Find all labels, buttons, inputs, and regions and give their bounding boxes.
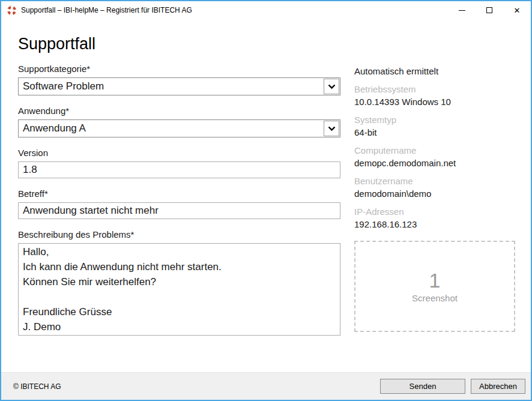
betriebssystem-label: Betriebssystem — [354, 84, 519, 94]
screenshot-dropzone[interactable]: 1 Screenshot — [354, 241, 515, 332]
screenshot-count: 1 — [429, 270, 441, 292]
screenshot-label: Screenshot — [412, 293, 458, 303]
benutzername-label: Benutzername — [354, 176, 519, 186]
senden-button[interactable]: Senden — [380, 379, 465, 394]
page-title: Supportfall — [18, 35, 531, 53]
supportkategorie-value: Software Problem — [19, 78, 323, 95]
sysinfo-title: Automatisch ermittelt — [354, 66, 519, 76]
window-title: Supportfall – IBI-helpMe – Registriert f… — [21, 6, 192, 14]
computername-label: Computername — [354, 145, 519, 155]
abbrechen-button[interactable]: Abbrechen — [471, 379, 525, 394]
lifebuoy-icon — [7, 5, 17, 16]
window-controls: ✕ — [448, 1, 531, 19]
support-form: Supportkategorie* Software Problem Anwen… — [18, 53, 340, 338]
benutzername-value: demodomain\demo — [354, 188, 519, 199]
systemtyp-value: 64-bit — [354, 127, 519, 137]
version-input[interactable] — [18, 161, 340, 178]
supportkategorie-dropdown-button[interactable] — [324, 79, 339, 94]
ip-adressen-value: 192.168.16.123 — [354, 219, 519, 229]
anwendung-value: Anwendung A — [19, 120, 323, 137]
close-button[interactable]: ✕ — [503, 1, 531, 19]
version-label: Version — [18, 148, 340, 158]
ip-adressen-label: IP-Adressen — [354, 207, 519, 217]
systemtyp-label: Systemtyp — [354, 115, 519, 125]
computername-value: demopc.demodomain.net — [354, 158, 519, 168]
app-window: { "window": { "title": "Supportfall – IB… — [0, 0, 532, 401]
minimize-icon — [459, 10, 465, 11]
anwendung-label: Anwendung* — [18, 106, 340, 116]
maximize-button[interactable] — [476, 1, 503, 19]
betreff-label: Betreff* — [18, 188, 340, 199]
beschreibung-textarea[interactable]: Hallo, Ich kann die Anwendung nicht mehr… — [18, 243, 340, 336]
maximize-icon — [486, 7, 492, 13]
betreff-input[interactable] — [18, 202, 340, 219]
supportkategorie-dropdown[interactable]: Software Problem — [18, 77, 340, 95]
footer-bar: © IBITECH AG Senden Abbrechen — [1, 372, 531, 400]
copyright-text: © IBITECH AG — [13, 382, 61, 391]
betriebssystem-value: 10.0.14393 Windows 10 — [354, 97, 519, 107]
chevron-down-icon — [328, 84, 336, 89]
supportkategorie-label: Supportkategorie* — [18, 64, 340, 74]
main-content: Supportfall Supportkategorie* Software P… — [1, 35, 531, 338]
titlebar: Supportfall – IBI-helpMe – Registriert f… — [1, 1, 531, 19]
sysinfo-panel: Automatisch ermittelt Betriebssystem 10.… — [354, 53, 519, 332]
close-icon: ✕ — [514, 7, 521, 14]
minimize-button[interactable] — [448, 1, 476, 19]
beschreibung-label: Beschreibung des Problems* — [18, 229, 340, 240]
anwendung-dropdown-button[interactable] — [324, 121, 339, 136]
chevron-down-icon — [328, 126, 336, 131]
anwendung-dropdown[interactable]: Anwendung A — [18, 119, 340, 137]
